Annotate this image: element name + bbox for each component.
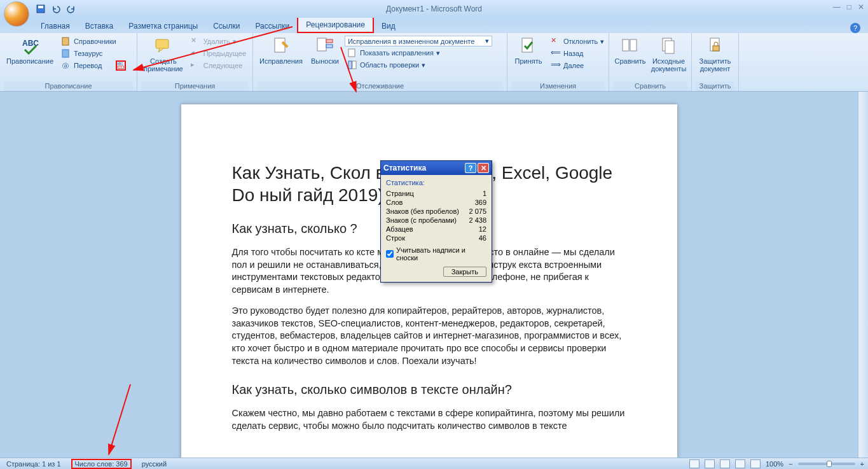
svg-text:ⓐ: ⓐ [62, 62, 69, 69]
svg-rect-16 [352, 61, 356, 69]
vertical-scrollbar[interactable] [858, 92, 868, 458]
next-comment-button[interactable]: ▸Следующее [188, 60, 249, 71]
svg-rect-4 [62, 50, 69, 57]
tab-mailings[interactable]: Рассылки [247, 19, 297, 33]
zoom-value[interactable]: 100% [766, 460, 783, 468]
stat-row: Знаков (с пробелами)2 438 [386, 216, 486, 225]
view-web-layout-button[interactable] [720, 459, 730, 468]
wordcount-button[interactable]: ABC123 [116, 60, 126, 71]
doc-paragraph: Это руководство будет полезно для копира… [232, 305, 626, 367]
tab-view[interactable]: Вид [374, 19, 403, 33]
statistics-dialog: Статистика ? ✕ Статистика: Страниц1 Слов… [380, 160, 492, 283]
zoom-in-button[interactable]: + [860, 460, 864, 468]
accept-button[interactable]: Принять [511, 34, 546, 66]
balloons-button[interactable]: Выноски [308, 34, 342, 66]
svg-rect-9 [156, 39, 169, 48]
help-icon[interactable]: ? [850, 23, 860, 33]
spellcheck-button[interactable]: ABC Правописание [4, 34, 56, 66]
stat-row: Слов369 [386, 198, 486, 207]
svg-rect-13 [326, 45, 333, 48]
office-button[interactable] [4, 1, 29, 27]
svg-rect-19 [630, 39, 637, 51]
new-comment-button[interactable]: Создать примечание [141, 34, 186, 74]
stat-row: Страниц1 [386, 189, 486, 198]
svg-rect-23 [713, 46, 719, 51]
zoom-out-button[interactable]: − [789, 460, 792, 468]
spellcheck-label: Правописание [6, 57, 53, 65]
doc-paragraph: Скажем честно, мы давно работаем с текст… [232, 407, 626, 432]
display-for-review-dropdown[interactable]: Исправления в измененном документе▾ [345, 36, 492, 46]
svg-rect-11 [317, 38, 326, 51]
svg-text:123: 123 [118, 66, 122, 69]
group-comments-label: Примечания [141, 81, 249, 91]
dialog-titlebar[interactable]: Статистика ? ✕ [381, 161, 492, 175]
dialog-title: Статистика [383, 164, 426, 172]
tab-review[interactable]: Рецензирование [297, 17, 374, 33]
pane-icon [347, 60, 357, 70]
svg-rect-14 [348, 49, 355, 57]
window-title: Документ1 - Microsoft Word [386, 4, 482, 13]
markup-icon [347, 48, 357, 58]
thesaurus-button[interactable]: Тезаурус [59, 48, 128, 59]
svg-rect-3 [62, 38, 69, 45]
tab-home[interactable]: Главная [33, 19, 78, 33]
view-full-screen-button[interactable] [705, 459, 715, 468]
prev-change-button[interactable]: ⟸Назад [548, 48, 607, 59]
save-icon[interactable] [36, 4, 46, 14]
status-page[interactable]: Страница: 1 из 1 [4, 460, 64, 468]
stat-row: Абзацев12 [386, 225, 486, 234]
minimize-button[interactable]: — [833, 3, 841, 11]
stat-row: Знаков (без пробелов)2 075 [386, 207, 486, 216]
thesaurus-icon [61, 48, 71, 59]
next-change-icon: ⟹ [551, 60, 561, 71]
undo-icon[interactable] [51, 4, 61, 14]
translate-button[interactable]: ⓐПеревод ABC123 [59, 60, 128, 71]
compare-button[interactable]: Сравнить [613, 34, 647, 66]
group-changes-label: Изменения [511, 81, 605, 91]
track-changes-button[interactable]: Исправления [257, 34, 305, 66]
svg-text:ABC: ABC [117, 62, 123, 66]
svg-rect-1 [38, 6, 43, 8]
zoom-slider[interactable] [798, 463, 855, 465]
delete-comment-button[interactable]: ✕Удалить ▾ [188, 36, 249, 47]
redo-icon[interactable] [66, 4, 76, 14]
prev-comment-button[interactable]: ◂Предыдущее [188, 48, 249, 59]
reviewing-pane-button[interactable]: Область проверки ▾ [345, 59, 503, 71]
include-textboxes-checkbox[interactable]: Учитывать надписи и сноски [386, 246, 486, 262]
view-draft-button[interactable] [750, 459, 761, 468]
status-word-count[interactable]: Число слов: 369 [71, 459, 132, 469]
group-protect-label: Защитить [696, 81, 734, 91]
dialog-close-button[interactable]: ✕ [478, 163, 489, 173]
dialog-heading: Статистика: [386, 179, 486, 186]
source-docs-button[interactable]: Исходные документы [650, 34, 687, 74]
reject-icon: ✕ [551, 36, 561, 46]
reject-button[interactable]: ✕Отклонить ▾ [548, 36, 607, 47]
delete-icon: ✕ [191, 36, 201, 46]
next-icon: ▸ [191, 60, 201, 71]
view-outline-button[interactable] [735, 459, 745, 468]
status-language[interactable]: русский [139, 460, 169, 468]
view-print-layout-button[interactable] [689, 459, 699, 468]
svg-rect-15 [348, 61, 352, 69]
tab-references[interactable]: Ссылки [205, 19, 247, 33]
group-compare-label: Сравнить [613, 81, 687, 91]
new-comment-label: Создать примечание [144, 57, 183, 73]
tab-insert[interactable]: Вставка [78, 19, 121, 33]
translate-icon: ⓐ [61, 60, 71, 71]
book-icon [61, 36, 71, 46]
svg-rect-21 [665, 41, 674, 53]
checkbox-input[interactable] [386, 250, 394, 258]
close-button[interactable]: ✕ [858, 3, 864, 11]
next-change-button[interactable]: ⟹Далее [548, 60, 607, 71]
protect-button[interactable]: Защитить документ [696, 34, 734, 74]
research-button[interactable]: Справочники [59, 36, 128, 47]
maximize-button[interactable]: □ [847, 3, 851, 11]
show-markup-button[interactable]: Показать исправления ▾ [345, 47, 503, 59]
prev-change-icon: ⟸ [551, 48, 561, 59]
svg-rect-12 [326, 39, 333, 43]
dialog-help-button[interactable]: ? [465, 163, 476, 173]
dialog-close-action[interactable]: Закрыть [443, 267, 486, 277]
tab-layout[interactable]: Разметка страницы [121, 19, 205, 33]
doc-heading-2b: Как узнать, сколько символов в тексте он… [232, 382, 626, 397]
svg-rect-18 [623, 39, 629, 51]
